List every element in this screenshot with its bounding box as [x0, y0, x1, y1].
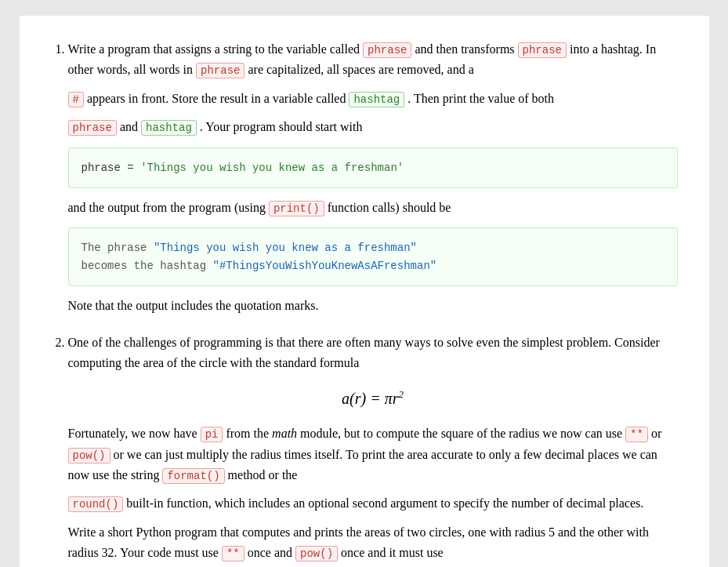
- output-line-2: becomes the hashtag "#ThingsYouWishYouKn…: [81, 257, 665, 274]
- and-output-text: and the output from the program (using: [68, 201, 269, 214]
- function-calls-text: function calls) should be: [328, 201, 451, 214]
- text-6: . Then print the value of both: [407, 92, 554, 105]
- hashtag-code-1: hashtag: [349, 92, 404, 107]
- pi-code: pi: [201, 427, 223, 442]
- method-or-text: method or the: [228, 468, 298, 482]
- code-block-1: phrase = 'Things you wish you knew as a …: [68, 147, 678, 188]
- power-code-2: **: [222, 546, 244, 562]
- text-7: and: [120, 120, 141, 133]
- problem-2-para-4: Write a short Python program that comput…: [68, 522, 678, 564]
- problem-1-para-3: phrase and hashtag . Your program should…: [68, 117, 678, 137]
- math-text: a(r) = πr2: [342, 390, 404, 407]
- phrase-code-3: phrase: [196, 63, 244, 78]
- output-line-1: The phrase "Things you wish you knew as …: [81, 239, 665, 256]
- phrase-code-1: phrase: [363, 42, 411, 58]
- problem-1-para-1: Write a program that assigns a string to…: [68, 39, 678, 81]
- middle-text: and the output from the program (using p…: [68, 198, 678, 218]
- math-formula: a(r) = πr2: [68, 386, 678, 411]
- problem-2-para-1: One of the challenges of programming is …: [68, 333, 678, 374]
- phrase-code-4: phrase: [68, 120, 117, 136]
- text-2: and then transforms: [415, 42, 517, 56]
- round-code-1: round(): [68, 496, 124, 512]
- hashtag-code-2: hashtag: [141, 120, 197, 136]
- fortunately-text: Fortunately, we now have: [68, 427, 201, 440]
- text-1: Write a program that assigns a string to…: [68, 42, 364, 56]
- code-block-2: The phrase "Things you wish you knew as …: [68, 227, 678, 286]
- problem-1-para-2: # appears in front. Store the result in …: [68, 89, 678, 109]
- text-5: appears in front. Store the result in a …: [87, 92, 350, 105]
- problem-2-para-2: Fortunately, we now have pi from the mat…: [68, 423, 678, 485]
- text-4: are capitalized, all spaces are removed,…: [248, 63, 473, 76]
- hash-code: #: [68, 92, 84, 107]
- page-container: Write a program that assigns a string to…: [20, 16, 709, 567]
- problem-1: Write a program that assigns a string to…: [68, 39, 678, 317]
- from-math-text: from the math module, but to compute the…: [226, 427, 625, 440]
- code-text-1: phrase = 'Things you wish you knew as a …: [81, 162, 404, 174]
- phrase-code-2: phrase: [518, 42, 567, 58]
- problem-list: Write a program that assigns a string to…: [51, 39, 678, 567]
- note-text: Note that the output includes the quotat…: [68, 296, 678, 316]
- print-code: print(): [269, 201, 324, 216]
- challenges-text: One of the challenges of programming is …: [68, 336, 660, 369]
- problem-2: One of the challenges of programming is …: [68, 333, 678, 567]
- or-text: or: [651, 427, 661, 440]
- or-multiply-text: or we can just multiply the radius times…: [68, 448, 657, 482]
- once-and-text: once and: [248, 546, 295, 559]
- power-code: **: [625, 427, 648, 442]
- problem-2-para-3: round() built-in function, which include…: [68, 493, 678, 514]
- text-8: . Your program should start with: [200, 120, 363, 133]
- built-in-text: built-in function, which includes an opt…: [126, 496, 643, 510]
- pow-code-2: pow(): [295, 546, 338, 562]
- format-code-1: format(): [162, 468, 224, 484]
- once-it-must-text: once and it must use: [341, 546, 444, 559]
- pow-code-1: pow(): [68, 448, 110, 463]
